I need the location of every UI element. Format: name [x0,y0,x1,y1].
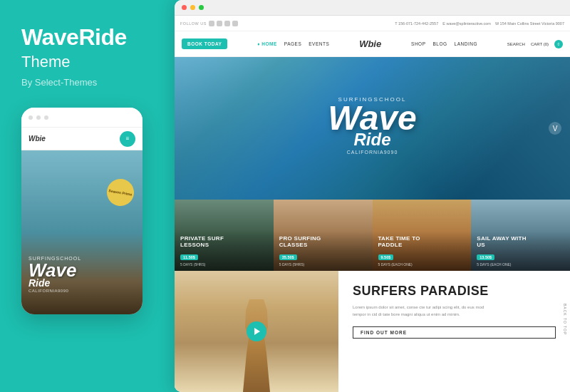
bottom-image [175,271,338,392]
mobile-top-bar [21,108,142,128]
card-title-1: PRIVATE SURFLESSONS [180,235,268,249]
nav-shop[interactable]: SHOP [411,41,425,46]
nav-landing[interactable]: LANDING [455,41,477,46]
book-today-button[interactable]: BOOK TODAY [182,38,227,49]
twitter-icon[interactable] [217,21,222,26]
card-content-3: TAKE TIME TOPADDLE 9.50$ 5 DAYS (EACH ON… [373,231,472,271]
mobile-mockup: Wbie ≡ Season Prime SURFINGSCHOOL Wave R… [21,108,142,314]
pinterest-icon[interactable] [232,21,238,26]
email-address: E wave@splinteractive.com [442,21,491,26]
brand-title: WaveRide [21,25,127,50]
top-bar-right: T 156-071-724-442-2557 E wave@splinterac… [395,21,564,26]
activity-card-sail[interactable]: SAIL AWAY WITHUS 13.50$ 5 DAYS (EACH ONE… [471,200,570,271]
card-days-3: 5 DAYS (EACH ONE) [378,262,466,267]
card-days-2: 5 DAYS (5HRS) [279,262,367,267]
nav-home[interactable]: ♦ HOME [257,41,277,46]
browser-chrome [175,0,570,16]
left-panel: WaveRide Theme By Select-Themes Wbie ≡ S… [0,0,175,392]
nav-right: SEARCH CART (0) 0 [507,40,563,48]
hero-california-text: CALIFORNIA9090 [328,150,417,155]
card-title-3: TAKE TIME TOPADDLE [378,235,466,249]
card-price-1: 11.50$ [180,254,198,260]
physical-address: W 154 Main Collins Street Victoria 9007 [495,21,564,26]
site-logo: Wbie [359,38,381,49]
nav-events[interactable]: EVENTS [309,41,329,46]
site-nav: BOOK TODAY ♦ HOME PAGES EVENTS Wbie SHOP… [175,31,570,57]
nav-links-left: ♦ HOME PAGES EVENTS [257,41,329,46]
mobile-dot-1 [28,115,33,120]
cart-link[interactable]: CART (0) [531,42,549,46]
surfers-paradise-body: Lorem ipsum dolor sit amet, conse cte tu… [353,304,495,318]
mobile-dot-3 [44,115,48,120]
surfers-paradise-title: SURFERS PARADISE [353,284,556,299]
nav-pages[interactable]: PAGES [284,41,301,46]
hero-section: SURFINGSCHOOL Wave Ride CALIFORNIA9090 V [175,57,570,200]
back-to-top-label[interactable]: BACK TO TOP [563,304,567,335]
bottom-text-area: SURFERS PARADISE Lorem ipsum dolor sit a… [338,271,570,392]
hero-text: SURFINGSCHOOL Wave Ride CALIFORNIA9090 [328,96,417,155]
site-top-bar: FOLLOW US T 156-071-724-442-2557 E wave@… [175,16,570,31]
mobile-menu-button[interactable]: ≡ [120,131,135,147]
card-title-2: PRO SURFINGCLASSES [279,235,367,249]
mobile-ride-text: Ride [28,277,135,289]
mobile-logo-bar: Wbie ≡ [21,128,142,150]
mobile-ca-text: CALIFORNIA9090 [28,289,135,293]
maximize-icon[interactable] [199,5,204,10]
close-icon[interactable] [182,5,187,10]
mobile-dot-2 [36,115,41,120]
find-out-more-button[interactable]: FIND OUT MORE [353,326,556,339]
card-price-2: 35.50$ [279,254,297,260]
hero-v-badge: V [549,122,561,135]
mobile-logo-text: Wbie [28,135,46,143]
card-price-4: 13.50$ [477,254,494,260]
brand-subtitle: Theme [21,53,70,71]
card-title-4: SAIL AWAY WITHUS [477,235,564,249]
cart-count-badge: 0 [554,40,563,48]
hamburger-icon: ≡ [126,136,130,142]
brand-author: By Select-Themes [21,77,97,88]
activity-card-pro-classes[interactable]: PRO SURFINGCLASSES 35.50$ 5 DAYS (5HRS) [274,200,373,271]
card-content-2: PRO SURFINGCLASSES 35.50$ 5 DAYS (5HRS) [274,231,373,271]
activity-card-paddle[interactable]: TAKE TIME TOPADDLE 9.50$ 5 DAYS (EACH ON… [373,200,472,271]
desktop-mockup: FOLLOW US T 156-071-724-442-2557 E wave@… [175,0,570,392]
card-content-1: PRIVATE SURFLESSONS 11.50$ 5 DAYS (5HRS) [175,231,274,271]
activity-card-surf-lessons[interactable]: PRIVATE SURFLESSONS 11.50$ 5 DAYS (5HRS) [175,200,274,271]
mobile-overlay-text: SURFINGSCHOOL Wave Ride CALIFORNIA9090 [28,256,135,293]
card-price-3: 9.50$ [378,254,394,260]
search-link[interactable]: SEARCH [507,42,525,46]
facebook-icon[interactable] [209,21,214,26]
instagram-icon[interactable] [224,21,230,26]
follow-label: FOLLOW US [180,21,207,26]
nav-links-right: SHOP BLOG LANDING [411,41,477,46]
season-badge: Season Prime [105,177,136,208]
card-days-1: 5 DAYS (5HRS) [180,262,268,267]
phone-number: T 156-071-724-442-2557 [395,21,438,26]
card-days-4: 5 DAYS (EACH ONE) [477,262,564,267]
hero-wave-text: Wave [328,103,417,133]
activity-cards-row: PRIVATE SURFLESSONS 11.50$ 5 DAYS (5HRS)… [175,200,570,271]
play-button[interactable] [247,321,266,341]
top-bar-left: FOLLOW US [180,21,238,26]
card-content-4: SAIL AWAY WITHUS 13.50$ 5 DAYS (EACH ONE… [471,231,570,271]
minimize-icon[interactable] [190,5,195,10]
mobile-content-image: Season Prime SURFINGSCHOOL Wave Ride CAL… [21,150,142,314]
bottom-section: SURFERS PARADISE Lorem ipsum dolor sit a… [175,271,570,392]
play-icon [254,328,260,335]
nav-blog[interactable]: BLOG [433,41,447,46]
